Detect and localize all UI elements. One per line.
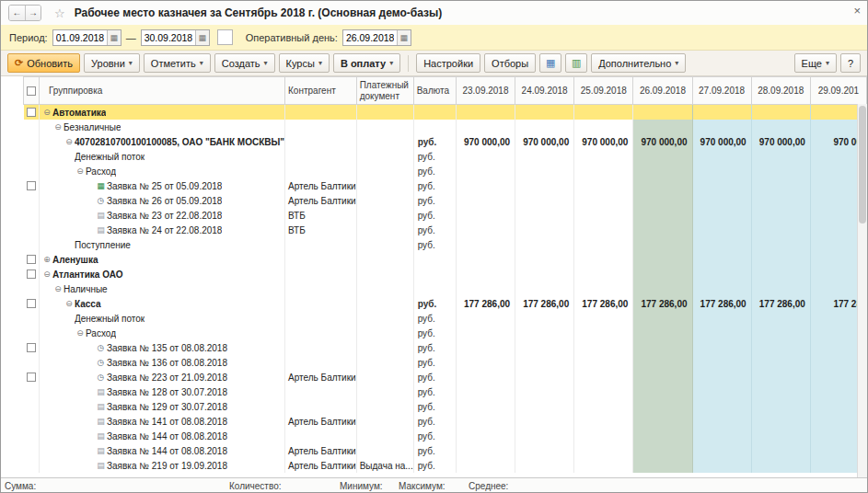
value-cell[interactable] (515, 443, 574, 458)
forward-button[interactable]: → (25, 6, 41, 20)
value-cell[interactable] (515, 149, 574, 164)
value-cell[interactable] (456, 120, 515, 134)
currency-cell[interactable]: руб. (413, 296, 456, 311)
value-cell[interactable]: 177 286,00 (692, 296, 751, 311)
payment-doc-cell[interactable] (356, 134, 413, 149)
select-all-checkbox[interactable] (27, 86, 36, 96)
value-cell[interactable] (515, 340, 574, 355)
table-row[interactable]: ⊖Наличные (24, 281, 867, 296)
value-cell[interactable] (574, 355, 633, 370)
value-cell[interactable] (515, 399, 574, 414)
payment-doc-cell[interactable] (356, 223, 413, 237)
value-cell[interactable] (751, 267, 810, 281)
value-cell[interactable] (751, 311, 810, 326)
expander-icon[interactable]: ⊕ (41, 255, 52, 264)
value-cell[interactable]: 177 286,00 (515, 296, 574, 311)
value-cell[interactable] (515, 105, 574, 120)
currency-cell[interactable] (413, 105, 456, 120)
counterparty-cell[interactable]: Артель Балтики (285, 414, 357, 429)
grouping-cell[interactable]: ▤Заявка № 141 от 08.08.2018 (40, 414, 285, 429)
calendar-icon[interactable]: ▦ (107, 30, 121, 45)
row-checkbox[interactable] (27, 299, 36, 308)
table-row[interactable]: ▤Заявка № 144 от 08.08.2018руб. (24, 429, 867, 443)
counterparty-cell[interactable]: ВТБ (285, 223, 357, 237)
counterparty-cell[interactable] (285, 399, 357, 414)
column-header-date[interactable]: 26.09.2018 (633, 77, 692, 105)
value-cell[interactable] (633, 208, 692, 223)
payment-doc-cell[interactable] (356, 340, 413, 355)
counterparty-cell[interactable] (285, 134, 357, 149)
scrollbar-thumb[interactable] (859, 106, 866, 224)
value-cell[interactable] (633, 399, 692, 414)
value-cell[interactable] (633, 281, 692, 296)
currency-cell[interactable] (413, 281, 456, 296)
counterparty-cell[interactable]: Артель Балтики (285, 370, 357, 384)
value-cell[interactable] (515, 429, 574, 443)
payment-doc-cell[interactable] (356, 414, 413, 429)
counterparty-cell[interactable] (285, 340, 357, 355)
calendar-icon[interactable]: ▦ (397, 30, 411, 45)
payment-doc-cell[interactable] (356, 443, 413, 458)
value-cell[interactable] (633, 340, 692, 355)
value-cell[interactable]: 970 000,00 (633, 134, 692, 149)
value-cell[interactable] (456, 458, 515, 473)
settings-button[interactable]: Настройки (416, 53, 480, 73)
table-row[interactable]: ⊖Атлантика ОАО (24, 267, 867, 281)
grouping-cell[interactable]: ▤Заявка № 23 от 22.08.2018 (40, 208, 285, 223)
currency-cell[interactable]: руб. (413, 355, 456, 370)
table-row[interactable]: ▤Заявка № 128 от 30.07.2018руб. (24, 384, 867, 399)
payment-doc-cell[interactable] (356, 252, 413, 267)
counterparty-cell[interactable] (285, 311, 357, 326)
payment-doc-cell[interactable] (356, 178, 413, 193)
grouping-cell[interactable]: ⊖Наличные (40, 281, 285, 296)
column-header-date[interactable]: 27.09.2018 (692, 77, 751, 105)
value-cell[interactable] (692, 458, 751, 473)
currency-cell[interactable]: руб. (413, 326, 456, 340)
table-row[interactable]: ▦Заявка № 25 от 05.09.2018Артель Балтики… (24, 178, 867, 193)
payment-doc-cell[interactable] (356, 311, 413, 326)
table-row[interactable]: ▤Заявка № 129 от 30.07.2018руб. (24, 399, 867, 414)
value-cell[interactable] (692, 120, 751, 134)
value-cell[interactable] (751, 429, 810, 443)
counterparty-cell[interactable] (285, 296, 357, 311)
row-checkbox[interactable] (27, 269, 36, 279)
value-cell[interactable] (751, 281, 810, 296)
grouping-cell[interactable]: ▤Заявка № 128 от 30.07.2018 (40, 384, 285, 399)
counterparty-cell[interactable]: Артель Балтики (285, 458, 357, 473)
table-row[interactable]: ◷Заявка № 136 от 08.08.2018руб. (24, 355, 867, 370)
value-cell[interactable] (692, 326, 751, 340)
value-cell[interactable] (574, 105, 633, 120)
counterparty-cell[interactable] (285, 355, 357, 370)
create-button[interactable]: Создать ▾ (214, 53, 275, 73)
counterparty-cell[interactable]: Артель Балтики (285, 178, 357, 193)
column-header-date[interactable]: 29.09.201 (810, 77, 866, 105)
value-cell[interactable]: 177 286,00 (751, 296, 810, 311)
value-cell[interactable] (692, 443, 751, 458)
value-cell[interactable] (751, 384, 810, 399)
value-cell[interactable] (751, 120, 810, 134)
grouping-cell[interactable]: ⊕Аленушка (40, 252, 285, 267)
grouping-cell[interactable]: Денежный поток (40, 311, 285, 326)
currency-cell[interactable]: руб. (413, 208, 456, 223)
value-cell[interactable] (515, 384, 574, 399)
payment-doc-cell[interactable] (356, 149, 413, 164)
value-cell[interactable] (574, 340, 633, 355)
value-cell[interactable] (633, 120, 692, 134)
payment-doc-cell[interactable] (356, 281, 413, 296)
grouping-cell[interactable]: Денежный поток (40, 149, 285, 164)
value-cell[interactable] (692, 252, 751, 267)
value-cell[interactable] (692, 384, 751, 399)
value-cell[interactable] (633, 458, 692, 473)
value-cell[interactable] (633, 414, 692, 429)
payment-doc-cell[interactable] (356, 399, 413, 414)
value-cell[interactable] (751, 252, 810, 267)
vertical-scrollbar[interactable] (857, 104, 867, 477)
value-cell[interactable] (456, 223, 515, 237)
value-cell[interactable] (633, 370, 692, 384)
table-row[interactable]: ⊖Автоматика (24, 105, 867, 120)
value-cell[interactable] (456, 429, 515, 443)
table-row[interactable]: ⊖40702810700100100085, ОАО "БАНК МОСКВЫ"… (24, 134, 867, 149)
value-cell[interactable] (515, 208, 574, 223)
more-button[interactable]: Еще ▾ (794, 53, 837, 73)
payment-doc-cell[interactable] (356, 296, 413, 311)
